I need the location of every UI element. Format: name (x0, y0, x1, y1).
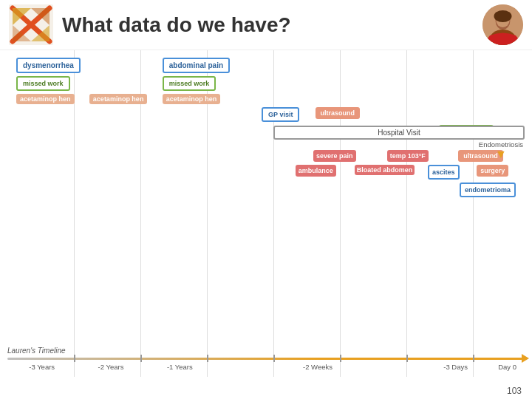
timeline-line (7, 358, 525, 360)
page-number: 103 (507, 386, 522, 396)
bloated-abdomen-tag: Bloated abdomen (355, 165, 415, 175)
timeline-label-4 (214, 363, 283, 371)
ascites-tag: ascites (428, 165, 460, 180)
endometrioma-tag: endometrioma (460, 183, 516, 197)
acetaminop-tag-3: acetaminop hen (163, 94, 221, 104)
row-endometrioma: endometrioma (7, 183, 525, 197)
timeline-arrow-icon (522, 354, 529, 363)
row-pelvic: pelvic exam cyst of ovary Hospital Visit (7, 125, 525, 140)
row-severe-pain: severe pain temp 103°F ultrasound (7, 150, 525, 162)
timeline-label-5: -2 Weeks (283, 363, 352, 371)
timeline-labels: -3 Years -2 Years -1 Years -2 Weeks -3 D… (0, 361, 532, 372)
avatar (482, 4, 523, 45)
endometriosis-arrow-icon: ▼ (479, 149, 523, 160)
dysmenorrhea-tag: dysmenorrhea (16, 58, 81, 73)
abdominal-pain-tag: abdominal pain (163, 58, 230, 73)
gp-visit-tag: GP visit (262, 107, 299, 122)
timeline-section: Lauren's Timeline -3 Years -2 Years -1 Y… (0, 347, 532, 372)
row-gp-visit: GP visit ultrasound (7, 107, 525, 122)
timeline-label-3: -1 Years (146, 363, 214, 371)
hospital-visit-container: Hospital Visit (273, 126, 525, 140)
row-ambulance: ambulance Bloated abdomen ascites surger… (7, 165, 525, 180)
lauren-timeline-label: Lauren's Timeline (7, 347, 532, 355)
svg-point-11 (494, 10, 512, 22)
timeline-area: dysmenorrhea abdominal pain missed work … (0, 50, 532, 202)
timeline-label-2: -2 Years (76, 363, 145, 371)
row-missed-work: missed work missed work (7, 76, 525, 91)
acetaminop-tag-2: acetaminop hen (89, 94, 148, 104)
severe-pain-tag: severe pain (313, 150, 356, 162)
ambulance-tag: ambulance (296, 165, 336, 177)
timeline-label-6 (352, 363, 421, 371)
timeline-label-1: -3 Years (7, 363, 76, 371)
timeline-label-7: -3 Days (421, 363, 490, 371)
missed-work-tag-1: missed work (16, 76, 70, 91)
timeline-label-8: Day 0 (490, 363, 525, 371)
acetaminop-tag-1: acetaminop hen (16, 94, 75, 104)
missed-work-tag-2: missed work (163, 76, 216, 91)
row-acetaminop: acetaminop hen acetaminop hen acetaminop… (7, 94, 525, 104)
hospital-visit-box: Hospital Visit (273, 126, 525, 140)
logo-icon (9, 4, 53, 45)
surgery-tag: surgery (477, 165, 508, 177)
row-dysmenorrhea: dysmenorrhea abdominal pain (7, 58, 525, 73)
top-bar: What data do we have? (0, 0, 532, 50)
endometriosis-area: Endometriosis ▼ (479, 140, 523, 160)
ultrasound-tag-1: ultrasound (316, 107, 361, 119)
temp-tag: temp 103°F (387, 150, 429, 162)
page-title: What data do we have? (62, 13, 482, 37)
